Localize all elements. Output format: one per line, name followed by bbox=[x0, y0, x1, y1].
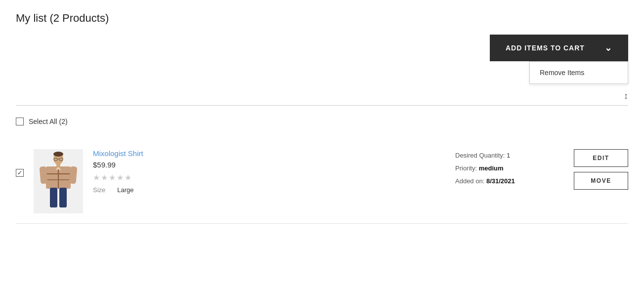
add-to-cart-group: ADD ITEMS TO CART ⌄ Remove Items bbox=[490, 35, 628, 61]
select-all-checkbox[interactable] bbox=[16, 118, 24, 125]
product-price: $59.99 bbox=[93, 161, 445, 169]
page-container: My list (2 Products) ADD ITEMS TO CART ⌄… bbox=[0, 0, 644, 236]
priority-row: Priority: medium bbox=[455, 162, 564, 175]
sort-icon[interactable]: ↕ bbox=[624, 91, 628, 101]
desired-quantity-label: Desired Quantity: bbox=[455, 152, 505, 159]
top-bar: ADD ITEMS TO CART ⌄ Remove Items bbox=[16, 35, 628, 61]
size-value: Large bbox=[117, 186, 133, 194]
added-on-value: 8/31/2021 bbox=[486, 177, 515, 185]
sort-bar: ↕ bbox=[16, 91, 628, 101]
select-all-row: Select All (2) bbox=[16, 110, 628, 133]
priority-label: Priority: bbox=[455, 164, 477, 172]
svg-rect-12 bbox=[50, 188, 57, 207]
desired-quantity-value: 1 bbox=[507, 152, 510, 159]
star-rating: ★ ★ ★ ★ ★ bbox=[93, 173, 445, 182]
product-checkbox[interactable]: ✓ bbox=[16, 169, 24, 177]
move-button[interactable]: MOVE bbox=[574, 172, 628, 190]
chevron-down-icon: ⌄ bbox=[604, 42, 612, 53]
product-info: Mixologist Shirt $59.99 ★ ★ ★ ★ ★ Size L… bbox=[93, 149, 445, 194]
add-to-cart-button[interactable]: ADD ITEMS TO CART ⌄ bbox=[490, 35, 628, 61]
remove-items-button[interactable]: Remove Items bbox=[530, 62, 628, 83]
dropdown-menu: Remove Items bbox=[529, 61, 628, 84]
size-label: Size bbox=[93, 186, 105, 194]
product-name[interactable]: Mixologist Shirt bbox=[93, 149, 445, 158]
product-actions: EDIT MOVE bbox=[574, 149, 628, 190]
add-to-cart-label: ADD ITEMS TO CART bbox=[506, 44, 585, 52]
product-meta: Desired Quantity: 1 Priority: medium Add… bbox=[455, 149, 564, 188]
product-list: ✓ bbox=[16, 139, 628, 224]
divider-top bbox=[16, 105, 628, 106]
svg-rect-14 bbox=[56, 163, 60, 167]
star-4: ★ bbox=[117, 173, 124, 182]
priority-value: medium bbox=[479, 164, 504, 172]
star-3: ★ bbox=[109, 173, 116, 182]
svg-point-4 bbox=[53, 152, 63, 157]
page-title: My list (2 Products) bbox=[16, 12, 628, 25]
product-attrs: Size Large bbox=[93, 186, 445, 194]
svg-rect-13 bbox=[59, 188, 67, 207]
star-2: ★ bbox=[101, 173, 108, 182]
desired-quantity-row: Desired Quantity: 1 bbox=[455, 149, 564, 162]
edit-button[interactable]: EDIT bbox=[574, 149, 628, 167]
product-image bbox=[34, 149, 83, 213]
star-5: ★ bbox=[125, 173, 131, 182]
table-row: ✓ bbox=[16, 139, 628, 224]
added-on-label: Added on: bbox=[455, 177, 484, 185]
select-all-label: Select All (2) bbox=[29, 118, 68, 125]
star-1: ★ bbox=[93, 173, 100, 182]
added-on-row: Added on: 8/31/2021 bbox=[455, 175, 564, 188]
